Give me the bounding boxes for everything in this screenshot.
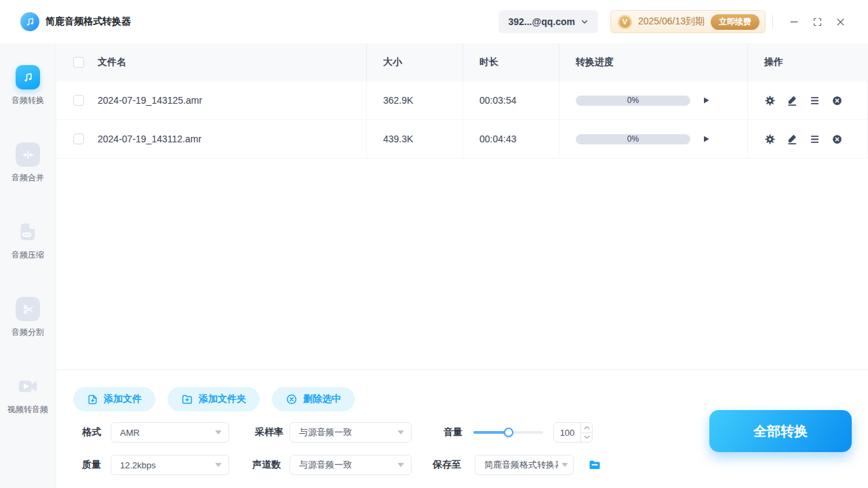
table-header: 文件名 大小 时长 转换进度 操作 xyxy=(57,43,868,81)
details-button[interactable] xyxy=(809,95,821,106)
quality-label: 质量 xyxy=(82,459,101,471)
vip-status: V 2025/06/13到期 立即续费 xyxy=(610,10,766,33)
folder-icon xyxy=(587,458,602,472)
titlebar: 简鹿音频格式转换器 392...@qq.com V 2025/06/13到期 立… xyxy=(0,0,868,43)
rename-button[interactable] xyxy=(787,134,798,145)
sidebar-item-label: 视频转音频 xyxy=(7,404,48,415)
music-note-icon xyxy=(16,65,40,89)
rename-button[interactable] xyxy=(787,95,798,106)
vip-crown-icon: V xyxy=(618,15,632,29)
format-select[interactable]: AMR xyxy=(111,422,229,443)
delete-selected-button[interactable]: 删除选中 xyxy=(272,387,355,411)
renew-button[interactable]: 立即续费 xyxy=(711,14,760,30)
progress-label: 0% xyxy=(627,96,639,105)
table-row: 2024-07-19_143125.amr 362.9K 00:03:54 0% xyxy=(57,81,868,120)
quality-value: 12.2kbps xyxy=(120,460,156,470)
minimize-icon xyxy=(789,16,800,27)
scissors-icon xyxy=(16,297,40,321)
sidebar-item-audio-split[interactable]: 音频分割 xyxy=(12,297,44,338)
circle-x-icon xyxy=(831,134,843,145)
file-size: 439.3K xyxy=(383,134,413,144)
progress-label: 0% xyxy=(627,134,639,144)
channels-value: 与源音频一致 xyxy=(299,459,352,471)
app-brand: 简鹿音频格式转换器 xyxy=(20,12,131,31)
remove-button[interactable] xyxy=(831,95,843,106)
delete-selected-label: 删除选中 xyxy=(303,393,341,405)
sidebar: 音频转换 音频合并 音频压缩 音频分割 视频转音频 xyxy=(0,43,56,488)
play-icon xyxy=(701,96,711,105)
sidebar-item-video-to-audio[interactable]: 视频转音频 xyxy=(7,374,48,415)
sidebar-item-audio-merge[interactable]: 音频合并 xyxy=(12,142,44,184)
play-button[interactable] xyxy=(701,134,711,144)
menu-lines-icon xyxy=(809,95,821,106)
account-email: 392...@qq.com xyxy=(508,16,574,27)
row-checkbox[interactable] xyxy=(73,134,84,144)
sidebar-item-audio-convert[interactable]: 音频转换 xyxy=(12,65,44,106)
maximize-button[interactable] xyxy=(806,10,829,33)
remove-button[interactable] xyxy=(831,134,843,145)
merge-icon xyxy=(16,142,40,167)
settings-button[interactable] xyxy=(764,134,776,145)
chevron-down-icon xyxy=(561,463,568,467)
details-button[interactable] xyxy=(809,134,821,145)
channels-select[interactable]: 与源音频一致 xyxy=(290,455,412,475)
browse-folder-button[interactable] xyxy=(587,455,605,475)
save-to-value: 简鹿音频格式转换器 xyxy=(484,459,558,471)
app-title: 简鹿音频格式转换器 xyxy=(45,16,131,28)
pencil-icon xyxy=(787,134,798,145)
header-progress: 转换进度 xyxy=(576,56,614,68)
maximize-icon xyxy=(812,17,823,27)
save-to-label: 保存至 xyxy=(433,459,461,471)
header-duration: 时长 xyxy=(479,56,498,68)
select-all-checkbox[interactable] xyxy=(73,57,84,68)
format-value: AMR xyxy=(120,428,140,438)
titlebar-separator xyxy=(772,15,773,28)
sidebar-item-label: 音频转换 xyxy=(12,95,44,106)
quality-select[interactable]: 12.2kbps xyxy=(111,455,229,475)
sample-rate-select[interactable]: 与源音频一致 xyxy=(290,422,412,443)
volume-label: 音量 xyxy=(443,426,462,439)
volume-input[interactable]: 100 xyxy=(553,422,593,443)
channels-label: 声道数 xyxy=(252,459,281,471)
add-file-icon xyxy=(87,394,98,405)
sidebar-item-audio-compress[interactable]: 音频压缩 xyxy=(12,220,44,261)
gear-icon xyxy=(764,134,776,145)
close-button[interactable] xyxy=(829,10,852,33)
file-name: 2024-07-19_143112.amr xyxy=(98,134,201,144)
add-file-button[interactable]: 添加文件 xyxy=(73,387,155,411)
pencil-icon xyxy=(787,95,798,106)
bottom-panel: 添加文件 添加文件夹 删除选中 格式 AMR 采样率 与源音频一致 音量 xyxy=(57,369,868,488)
table-row: 2024-07-19_143112.amr 439.3K 00:04:43 0% xyxy=(57,120,868,159)
row-checkbox[interactable] xyxy=(73,95,84,106)
circle-x-outline-icon xyxy=(285,393,298,405)
volume-slider-handle[interactable] xyxy=(504,428,513,437)
spin-up-button[interactable] xyxy=(581,423,592,433)
account-dropdown[interactable]: 392...@qq.com xyxy=(498,10,597,33)
sidebar-item-label: 音频压缩 xyxy=(12,249,44,261)
chevron-down-icon xyxy=(397,430,404,434)
minimize-button[interactable] xyxy=(783,10,806,33)
video-camera-icon xyxy=(16,374,40,399)
sample-rate-value: 与源音频一致 xyxy=(299,426,352,439)
sidebar-item-label: 音频合并 xyxy=(12,172,44,184)
app-logo-music-icon xyxy=(20,12,39,31)
file-name: 2024-07-19_143125.amr xyxy=(98,95,202,106)
circle-x-icon xyxy=(831,95,843,106)
close-icon xyxy=(835,17,846,27)
settings-button[interactable] xyxy=(764,95,776,106)
format-label: 格式 xyxy=(82,426,101,439)
sample-rate-label: 采样率 xyxy=(255,426,283,439)
add-folder-button[interactable]: 添加文件夹 xyxy=(167,387,260,411)
header-size: 大小 xyxy=(383,56,402,68)
play-button[interactable] xyxy=(701,96,711,105)
volume-slider-track xyxy=(473,431,543,434)
chevron-down-icon xyxy=(215,463,222,467)
volume-slider[interactable] xyxy=(473,422,543,443)
convert-all-button[interactable]: 全部转换 xyxy=(709,410,852,452)
chevron-up-icon xyxy=(584,426,590,430)
header-actions: 操作 xyxy=(764,56,783,68)
chevron-down-icon xyxy=(215,430,222,434)
chevron-down-icon xyxy=(580,18,589,26)
save-to-select[interactable]: 简鹿音频格式转换器 xyxy=(475,455,574,475)
spin-down-button[interactable] xyxy=(581,433,592,443)
